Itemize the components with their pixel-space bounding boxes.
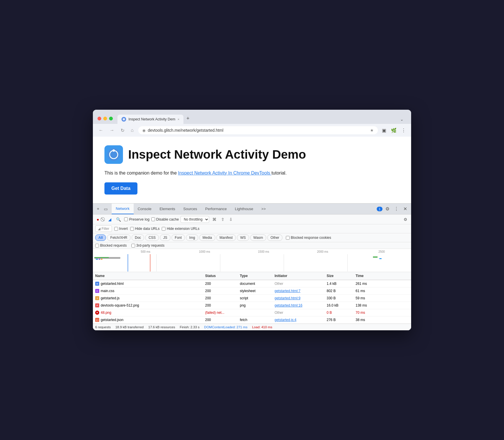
page-header: Inspect Network Activity Demo (104, 145, 400, 164)
row-initiator-link[interactable]: getstarted.js:4 (275, 318, 327, 322)
filter-icon[interactable]: ◢ (107, 216, 113, 223)
search-icon[interactable]: 🔍 (115, 216, 122, 223)
tab-sources[interactable]: Sources (179, 204, 201, 214)
timeline-label-1000: 1000 ms (175, 250, 234, 253)
network-settings-icon[interactable]: ⚙ (402, 216, 409, 223)
tab-close-button[interactable]: × (178, 118, 179, 121)
type-btn-wasm[interactable]: Wasm (250, 234, 266, 241)
disable-cache-checkbox[interactable]: Disable cache (151, 217, 179, 221)
type-btn-img[interactable]: Img (186, 234, 198, 241)
forward-button[interactable]: → (108, 126, 116, 134)
devtools-right: 1 ⚙ ⋮ ✕ (377, 204, 409, 213)
bookmark-icon[interactable]: ★ (370, 128, 374, 133)
home-button[interactable]: ⌂ (129, 126, 135, 134)
table-row[interactable]: P devtools-square-512.png 200 png getsta… (93, 302, 411, 309)
tab-favicon (122, 117, 126, 122)
clear-button[interactable]: ⃠ (102, 216, 105, 223)
preserve-log-checkbox[interactable]: Preserve log (124, 217, 149, 221)
invert-checkbox[interactable]: Invert (114, 227, 128, 231)
devtools-tab-bar: ⌖ ▭ Network Console Elements Sources Per… (93, 204, 411, 214)
type-btn-js[interactable]: JS (160, 234, 170, 241)
record-button[interactable]: ● (95, 216, 100, 223)
type-btn-fetchxhr[interactable]: Fetch/XHR (107, 234, 130, 241)
row-initiator-link[interactable]: getstarted.html:9 (275, 296, 327, 300)
col-type: Type (240, 274, 275, 278)
close-devtools-icon[interactable]: ✕ (402, 204, 409, 213)
transferred-size: 18.9 kB transferred (115, 325, 144, 329)
timeline-label-2500: 2500 (352, 250, 411, 253)
nav-bar: ← → ↻ ⌂ ◉ devtools.glitch.me/network/get… (93, 124, 411, 137)
reload-button[interactable]: ↻ (119, 126, 126, 134)
row-initiator: Other (275, 282, 327, 286)
active-tab[interactable]: Inspect Network Activity Dem × (117, 115, 183, 124)
row-name: ✕ 48.png (95, 311, 205, 315)
minimize-button[interactable] (103, 117, 107, 120)
device-icon[interactable]: ▭ (102, 204, 109, 214)
address-bar[interactable]: ◉ devtools.glitch.me/network/getstarted.… (138, 126, 378, 134)
devtools-link[interactable]: Inspect Network Activity In Chrome DevTo… (178, 170, 271, 175)
more-options-icon[interactable]: ⋮ (392, 204, 400, 213)
filter-input[interactable]: ◢ Filter (95, 226, 112, 232)
tab-performance[interactable]: Performance (201, 204, 231, 214)
row-time: 38 ms (356, 318, 385, 322)
col-initiator: Initiator (275, 274, 327, 278)
type-btn-manifest[interactable]: Manifest (216, 234, 236, 241)
download-icon[interactable]: ⇩ (228, 216, 234, 223)
type-btn-css[interactable]: CSS (145, 234, 159, 241)
hide-ext-urls-checkbox[interactable]: Hide extension URLs (162, 227, 199, 231)
table-row[interactable]: H getstarted.html 200 document Other 1.4… (93, 280, 411, 287)
type-btn-media[interactable]: Media (199, 234, 215, 241)
table-row[interactable]: ✕ 48.png (failed) net... Other 0 B 70 ms (93, 309, 411, 316)
blocked-requests-checkbox[interactable]: Blocked requests (95, 243, 127, 248)
css-icon: C (95, 289, 99, 293)
row-name: { } getstarted.json (95, 318, 205, 322)
type-btn-other[interactable]: Other (267, 234, 282, 241)
row-type: fetch (240, 318, 275, 322)
tab-lighthouse[interactable]: Lighthouse (231, 204, 257, 214)
tab-network[interactable]: Network (112, 204, 134, 214)
blocked-response-checkbox[interactable]: Blocked response cookies (286, 236, 331, 240)
table-header: Name Status Type Initiator Size Time (93, 272, 411, 280)
type-btn-ws[interactable]: WS (237, 234, 249, 241)
tab-console[interactable]: Console (134, 204, 156, 214)
row-initiator-link[interactable]: getstarted.html:7 (275, 289, 327, 293)
type-btn-font[interactable]: Font (172, 234, 185, 241)
table-row[interactable]: { } getstarted.json 200 fetch getstarted… (93, 316, 411, 324)
row-status: 200 (205, 318, 240, 322)
html-icon: H (95, 282, 99, 286)
hide-data-urls-checkbox[interactable]: Hide data URLs (130, 227, 160, 231)
row-time: 70 ms (356, 311, 385, 315)
col-size: Size (327, 274, 356, 278)
nav-actions: ▣ 🌿 ⋮ (381, 126, 407, 134)
row-size: 802 B (327, 289, 356, 293)
table-row[interactable]: C main.css 200 stylesheet getstarted.htm… (93, 287, 411, 295)
tab-elements[interactable]: Elements (155, 204, 179, 214)
cursor-icon[interactable]: ⌖ (95, 204, 101, 214)
upload-icon[interactable]: ⇧ (220, 216, 226, 223)
row-type: png (240, 303, 275, 307)
maximize-button[interactable] (109, 117, 113, 120)
get-data-button[interactable]: Get Data (104, 182, 137, 195)
throttle-select[interactable]: No throttling (181, 216, 209, 223)
tab-more[interactable]: >> (257, 204, 270, 214)
third-party-checkbox[interactable]: 3rd-party requests (131, 243, 164, 248)
extensions-icon[interactable]: ▣ (381, 126, 387, 134)
wifi-icon[interactable]: ⌘ (211, 216, 218, 223)
profile-icon[interactable]: 🌿 (390, 126, 398, 134)
tab-bar: Inspect Network Activity Dem × + ⌄ (117, 113, 406, 124)
menu-icon[interactable]: ⋮ (400, 126, 407, 134)
tab-overflow-button[interactable]: ⌄ (397, 115, 406, 124)
network-timeline: 500 ms 1000 ms 1500 ms 2000 ms 2500 (93, 249, 411, 272)
security-icon: ◉ (142, 128, 146, 133)
devtools-panel: ⌖ ▭ Network Console Elements Sources Per… (93, 203, 411, 330)
row-name: H getstarted.html (95, 282, 205, 286)
settings-icon[interactable]: ⚙ (384, 204, 391, 213)
new-tab-button[interactable]: + (183, 113, 192, 124)
row-initiator-link[interactable]: getstarted.html:16 (275, 303, 327, 307)
close-button[interactable] (98, 117, 101, 120)
back-button[interactable]: ← (97, 126, 105, 134)
type-btn-all[interactable]: All (95, 234, 106, 241)
status-bar: 6 requests 18.9 kB transferred 17.6 kB r… (93, 324, 411, 330)
table-row[interactable]: J getstarted.js 200 script getstarted.ht… (93, 295, 411, 302)
type-btn-doc[interactable]: Doc (132, 234, 144, 241)
